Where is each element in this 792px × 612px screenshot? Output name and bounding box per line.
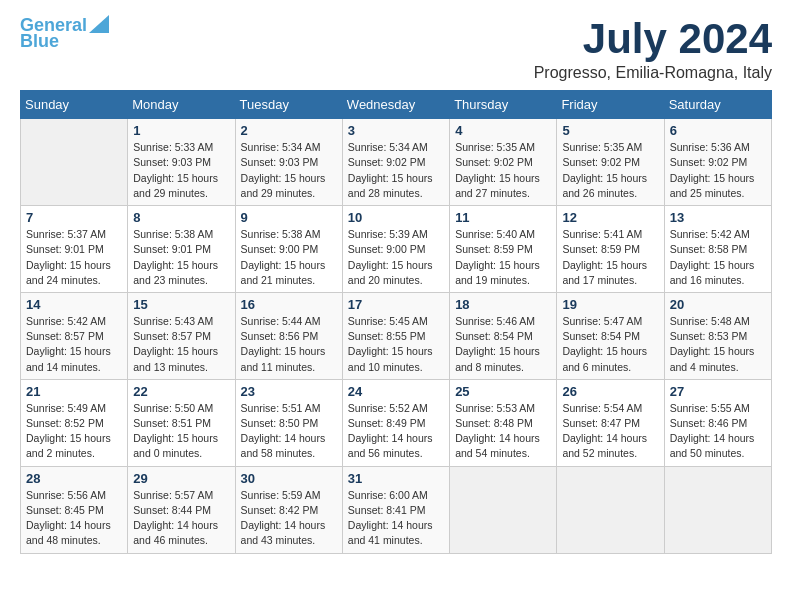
day-info: Sunrise: 5:55 AM Sunset: 8:46 PM Dayligh… — [670, 401, 766, 462]
day-number: 6 — [670, 123, 766, 138]
day-info: Sunrise: 5:34 AM Sunset: 9:02 PM Dayligh… — [348, 140, 444, 201]
logo-blue: Blue — [20, 32, 59, 52]
calendar-cell: 26Sunrise: 5:54 AM Sunset: 8:47 PM Dayli… — [557, 379, 664, 466]
day-info: Sunrise: 5:43 AM Sunset: 8:57 PM Dayligh… — [133, 314, 229, 375]
day-info: Sunrise: 5:34 AM Sunset: 9:03 PM Dayligh… — [241, 140, 337, 201]
day-info: Sunrise: 5:33 AM Sunset: 9:03 PM Dayligh… — [133, 140, 229, 201]
day-info: Sunrise: 5:51 AM Sunset: 8:50 PM Dayligh… — [241, 401, 337, 462]
calendar-cell: 22Sunrise: 5:50 AM Sunset: 8:51 PM Dayli… — [128, 379, 235, 466]
calendar-cell: 27Sunrise: 5:55 AM Sunset: 8:46 PM Dayli… — [664, 379, 771, 466]
day-info: Sunrise: 6:00 AM Sunset: 8:41 PM Dayligh… — [348, 488, 444, 549]
calendar-cell: 6Sunrise: 5:36 AM Sunset: 9:02 PM Daylig… — [664, 119, 771, 206]
calendar-cell: 18Sunrise: 5:46 AM Sunset: 8:54 PM Dayli… — [450, 292, 557, 379]
day-number: 15 — [133, 297, 229, 312]
day-info: Sunrise: 5:50 AM Sunset: 8:51 PM Dayligh… — [133, 401, 229, 462]
calendar-cell: 9Sunrise: 5:38 AM Sunset: 9:00 PM Daylig… — [235, 206, 342, 293]
logo: General Blue — [20, 16, 109, 52]
calendar-cell — [664, 466, 771, 553]
day-number: 2 — [241, 123, 337, 138]
calendar-cell: 3Sunrise: 5:34 AM Sunset: 9:02 PM Daylig… — [342, 119, 449, 206]
calendar-cell: 8Sunrise: 5:38 AM Sunset: 9:01 PM Daylig… — [128, 206, 235, 293]
day-number: 28 — [26, 471, 122, 486]
day-number: 23 — [241, 384, 337, 399]
day-number: 27 — [670, 384, 766, 399]
calendar-cell: 16Sunrise: 5:44 AM Sunset: 8:56 PM Dayli… — [235, 292, 342, 379]
day-number: 5 — [562, 123, 658, 138]
day-number: 3 — [348, 123, 444, 138]
calendar-cell: 17Sunrise: 5:45 AM Sunset: 8:55 PM Dayli… — [342, 292, 449, 379]
calendar-cell: 5Sunrise: 5:35 AM Sunset: 9:02 PM Daylig… — [557, 119, 664, 206]
day-info: Sunrise: 5:42 AM Sunset: 8:57 PM Dayligh… — [26, 314, 122, 375]
day-number: 12 — [562, 210, 658, 225]
day-number: 19 — [562, 297, 658, 312]
day-info: Sunrise: 5:54 AM Sunset: 8:47 PM Dayligh… — [562, 401, 658, 462]
calendar-cell: 4Sunrise: 5:35 AM Sunset: 9:02 PM Daylig… — [450, 119, 557, 206]
day-number: 8 — [133, 210, 229, 225]
calendar-cell — [557, 466, 664, 553]
month-year-title: July 2024 — [534, 16, 772, 62]
col-header-tuesday: Tuesday — [235, 91, 342, 119]
day-number: 29 — [133, 471, 229, 486]
calendar-cell: 11Sunrise: 5:40 AM Sunset: 8:59 PM Dayli… — [450, 206, 557, 293]
calendar-week-row: 21Sunrise: 5:49 AM Sunset: 8:52 PM Dayli… — [21, 379, 772, 466]
day-number: 21 — [26, 384, 122, 399]
calendar-week-row: 28Sunrise: 5:56 AM Sunset: 8:45 PM Dayli… — [21, 466, 772, 553]
calendar-table: SundayMondayTuesdayWednesdayThursdayFrid… — [20, 90, 772, 553]
location-subtitle: Progresso, Emilia-Romagna, Italy — [534, 64, 772, 82]
col-header-monday: Monday — [128, 91, 235, 119]
day-number: 25 — [455, 384, 551, 399]
day-number: 9 — [241, 210, 337, 225]
col-header-thursday: Thursday — [450, 91, 557, 119]
day-info: Sunrise: 5:44 AM Sunset: 8:56 PM Dayligh… — [241, 314, 337, 375]
day-number: 4 — [455, 123, 551, 138]
calendar-cell: 23Sunrise: 5:51 AM Sunset: 8:50 PM Dayli… — [235, 379, 342, 466]
day-info: Sunrise: 5:41 AM Sunset: 8:59 PM Dayligh… — [562, 227, 658, 288]
day-number: 24 — [348, 384, 444, 399]
day-info: Sunrise: 5:37 AM Sunset: 9:01 PM Dayligh… — [26, 227, 122, 288]
day-number: 20 — [670, 297, 766, 312]
title-section: July 2024 Progresso, Emilia-Romagna, Ita… — [534, 16, 772, 82]
calendar-week-row: 14Sunrise: 5:42 AM Sunset: 8:57 PM Dayli… — [21, 292, 772, 379]
calendar-cell: 10Sunrise: 5:39 AM Sunset: 9:00 PM Dayli… — [342, 206, 449, 293]
calendar-cell: 19Sunrise: 5:47 AM Sunset: 8:54 PM Dayli… — [557, 292, 664, 379]
day-info: Sunrise: 5:45 AM Sunset: 8:55 PM Dayligh… — [348, 314, 444, 375]
day-info: Sunrise: 5:39 AM Sunset: 9:00 PM Dayligh… — [348, 227, 444, 288]
calendar-cell: 2Sunrise: 5:34 AM Sunset: 9:03 PM Daylig… — [235, 119, 342, 206]
calendar-cell — [450, 466, 557, 553]
day-info: Sunrise: 5:35 AM Sunset: 9:02 PM Dayligh… — [562, 140, 658, 201]
calendar-cell: 28Sunrise: 5:56 AM Sunset: 8:45 PM Dayli… — [21, 466, 128, 553]
calendar-cell: 25Sunrise: 5:53 AM Sunset: 8:48 PM Dayli… — [450, 379, 557, 466]
day-info: Sunrise: 5:49 AM Sunset: 8:52 PM Dayligh… — [26, 401, 122, 462]
day-info: Sunrise: 5:36 AM Sunset: 9:02 PM Dayligh… — [670, 140, 766, 201]
calendar-cell: 30Sunrise: 5:59 AM Sunset: 8:42 PM Dayli… — [235, 466, 342, 553]
svg-marker-0 — [89, 15, 109, 33]
day-number: 13 — [670, 210, 766, 225]
day-number: 7 — [26, 210, 122, 225]
page-header: General Blue July 2024 Progresso, Emilia… — [20, 16, 772, 82]
calendar-cell: 24Sunrise: 5:52 AM Sunset: 8:49 PM Dayli… — [342, 379, 449, 466]
logo-wing-icon — [89, 15, 109, 33]
day-info: Sunrise: 5:48 AM Sunset: 8:53 PM Dayligh… — [670, 314, 766, 375]
calendar-cell: 21Sunrise: 5:49 AM Sunset: 8:52 PM Dayli… — [21, 379, 128, 466]
day-info: Sunrise: 5:38 AM Sunset: 9:00 PM Dayligh… — [241, 227, 337, 288]
col-header-wednesday: Wednesday — [342, 91, 449, 119]
day-number: 18 — [455, 297, 551, 312]
calendar-cell: 13Sunrise: 5:42 AM Sunset: 8:58 PM Dayli… — [664, 206, 771, 293]
calendar-cell: 7Sunrise: 5:37 AM Sunset: 9:01 PM Daylig… — [21, 206, 128, 293]
day-info: Sunrise: 5:42 AM Sunset: 8:58 PM Dayligh… — [670, 227, 766, 288]
day-number: 14 — [26, 297, 122, 312]
day-number: 31 — [348, 471, 444, 486]
day-info: Sunrise: 5:46 AM Sunset: 8:54 PM Dayligh… — [455, 314, 551, 375]
day-info: Sunrise: 5:47 AM Sunset: 8:54 PM Dayligh… — [562, 314, 658, 375]
calendar-header-row: SundayMondayTuesdayWednesdayThursdayFrid… — [21, 91, 772, 119]
calendar-cell: 29Sunrise: 5:57 AM Sunset: 8:44 PM Dayli… — [128, 466, 235, 553]
calendar-cell: 1Sunrise: 5:33 AM Sunset: 9:03 PM Daylig… — [128, 119, 235, 206]
day-info: Sunrise: 5:38 AM Sunset: 9:01 PM Dayligh… — [133, 227, 229, 288]
day-number: 22 — [133, 384, 229, 399]
calendar-cell: 20Sunrise: 5:48 AM Sunset: 8:53 PM Dayli… — [664, 292, 771, 379]
day-number: 17 — [348, 297, 444, 312]
calendar-week-row: 7Sunrise: 5:37 AM Sunset: 9:01 PM Daylig… — [21, 206, 772, 293]
col-header-saturday: Saturday — [664, 91, 771, 119]
day-info: Sunrise: 5:56 AM Sunset: 8:45 PM Dayligh… — [26, 488, 122, 549]
day-info: Sunrise: 5:52 AM Sunset: 8:49 PM Dayligh… — [348, 401, 444, 462]
